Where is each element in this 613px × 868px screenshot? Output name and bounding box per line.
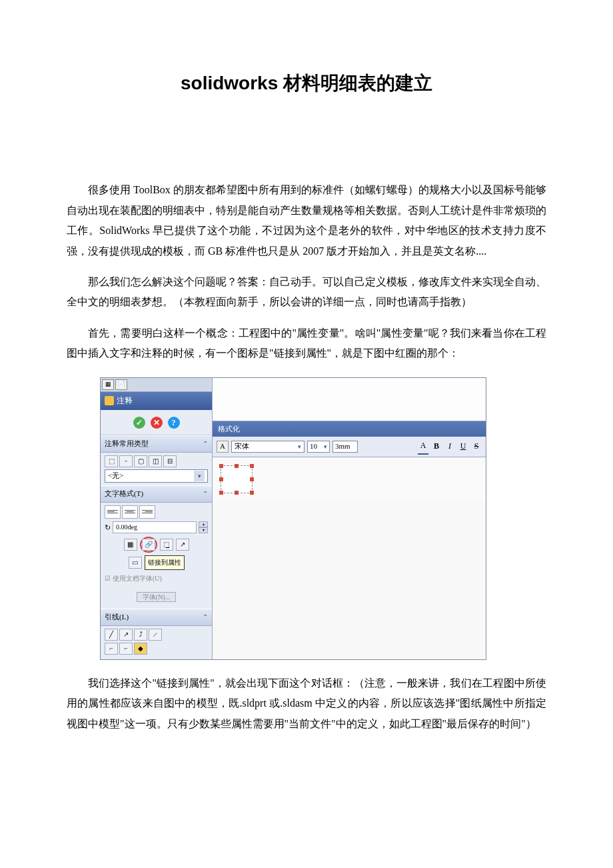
dropdown-arrow-icon: ▾	[194, 471, 205, 481]
chevron-up-icon-2: ⌃	[203, 488, 208, 500]
font-unit-select[interactable]: 3mm	[332, 441, 358, 453]
angle-input[interactable]: 0.00deg	[113, 521, 197, 533]
font-checkbox-label: 使用文档字体(U)	[113, 573, 162, 585]
format-section-header[interactable]: 文字格式(T) ⌃	[101, 485, 212, 503]
chevron-up-icon: ⌃	[203, 438, 208, 450]
leader-icon-3[interactable]: ⤴	[134, 629, 147, 641]
leader-icon-2[interactable]: ↗	[119, 629, 133, 641]
type-dropdown[interactable]: <无> ▾	[105, 469, 208, 483]
help-button[interactable]: ?	[168, 417, 180, 429]
resize-handle[interactable]	[235, 491, 239, 495]
font-preview-icon[interactable]: A	[217, 441, 229, 453]
angle-spinner: ▴ ▾	[199, 521, 208, 533]
align-left-button[interactable]	[105, 505, 121, 519]
checkbox-icon[interactable]: ☑	[105, 573, 111, 585]
resize-handle[interactable]	[250, 464, 254, 468]
angle-icon: ↻	[105, 521, 111, 535]
format-controls: A 宋体 ▾ 10 ▾ 3mm A B I U	[213, 437, 486, 457]
leader-section-body: ╱ ↗ ⤴ ⟋ ⌐ ⌐ ◆	[101, 626, 212, 659]
types-label: 注释常用类型	[105, 437, 149, 451]
spin-down[interactable]: ▾	[199, 527, 208, 533]
font-button[interactable]: 字体(N)...	[137, 592, 176, 602]
paragraph-2: 那么我们怎么解决这个问题呢？答案：自己动手。可以自己定义模板，修改库文件来实现全…	[67, 272, 546, 313]
font-size-value: 10	[310, 440, 317, 453]
leader-icons: ╱ ↗ ⤴ ⟋	[105, 629, 208, 641]
font-unit-value: 3mm	[335, 440, 350, 453]
blank-area	[213, 378, 486, 421]
type-icon-4[interactable]: ◫	[149, 455, 162, 467]
insert-icon-4[interactable]: ↗	[176, 539, 189, 551]
angle-row: ↻ 0.00deg ▴ ▾	[105, 521, 208, 535]
italic-button[interactable]: I	[444, 439, 455, 454]
leader-icons-2: ⌐ ⌐ ◆	[105, 643, 208, 655]
spin-up[interactable]: ▴	[199, 521, 208, 527]
resize-handle[interactable]	[219, 464, 223, 468]
link-tooltip: 链接到属性	[145, 555, 185, 570]
resize-handle[interactable]	[219, 491, 223, 495]
alignment-buttons	[105, 505, 208, 519]
types-section-header[interactable]: 注释常用类型 ⌃	[101, 435, 212, 453]
annotation-title: 注释	[117, 394, 133, 409]
type-icon-5[interactable]: ⊟	[163, 455, 177, 467]
text-insertion-box[interactable]	[221, 465, 253, 493]
panel-tabs: ▦ 📄	[101, 378, 212, 392]
property-panel: ▦ 📄 注释 ✓ ✕ ? 注释常用类型 ⌃ ⬚ ▫ ▢	[101, 378, 213, 659]
type-icon-1[interactable]: ⬚	[105, 455, 118, 467]
link-to-property-circle: 🔗	[140, 537, 157, 553]
resize-handle[interactable]	[219, 477, 223, 481]
annotation-icon	[105, 396, 114, 405]
leader-icon-6[interactable]: ⌐	[119, 643, 133, 655]
paragraph-3: 首先，需要明白这样一个概念：工程图中的"属性变量"。啥叫"属性变量"呢？我们来看…	[67, 323, 546, 364]
leader-icon-4[interactable]: ⟋	[149, 629, 162, 641]
type-icon-2[interactable]: ▫	[119, 455, 133, 467]
font-checkbox-row: ☑ 使用文档字体(U)	[105, 573, 208, 585]
format-toolbar: 格式化 A 宋体 ▾ 10 ▾ 3mm A B	[213, 421, 486, 457]
resize-handle[interactable]	[250, 491, 254, 495]
link-icons-row: ▦ 🔗 ⬚̲ ↗	[105, 537, 208, 553]
insert-icon-3[interactable]: ⬚̲	[160, 539, 173, 551]
underline-button[interactable]: U	[458, 439, 468, 454]
link-icons-row-2: ▭ 链接到属性	[105, 555, 208, 570]
app-window: ▦ 📄 注释 ✓ ✕ ? 注释常用类型 ⌃ ⬚ ▫ ▢	[100, 377, 486, 660]
resize-handle[interactable]	[235, 464, 239, 468]
insert-icon-5[interactable]: ▭	[129, 557, 142, 569]
insert-icon-1[interactable]: ▦	[124, 539, 137, 551]
font-size-select[interactable]: 10 ▾	[307, 441, 330, 453]
panel-tab-2[interactable]: 📄	[115, 379, 127, 390]
bold-button[interactable]: B	[431, 439, 442, 454]
type-icons: ⬚ ▫ ▢ ◫ ⊟	[105, 455, 208, 467]
align-center-button[interactable]	[122, 505, 138, 519]
format-toolbar-title: 格式化	[213, 421, 486, 437]
types-section-body: ⬚ ▫ ▢ ◫ ⊟ <无> ▾	[101, 453, 212, 485]
type-dropdown-value: <无>	[108, 469, 123, 483]
drawing-canvas[interactable]	[213, 457, 486, 501]
format-section-body: ↻ 0.00deg ▴ ▾ ▦ 🔗 ⬚̲ ↗ ▭	[101, 503, 212, 609]
leader-section-header[interactable]: 引线(L) ⌃	[101, 609, 212, 626]
canvas-panel: 格式化 A 宋体 ▾ 10 ▾ 3mm A B	[213, 378, 486, 659]
dropdown-arrow-icon-2: ▾	[298, 441, 301, 452]
leader-icon-5[interactable]: ⌐	[105, 643, 118, 655]
font-family-value: 宋体	[235, 440, 249, 453]
annotation-header: 注释	[101, 392, 212, 411]
strike-button[interactable]: S	[471, 439, 482, 454]
resize-handle[interactable]	[250, 477, 254, 481]
align-right-button[interactable]	[139, 505, 155, 519]
link-to-property-button[interactable]: 🔗	[142, 539, 155, 551]
leader-label: 引线(L)	[105, 611, 129, 624]
ok-button[interactable]: ✓	[133, 417, 145, 429]
font-family-select[interactable]: 宋体 ▾	[231, 441, 305, 453]
leader-icon-1[interactable]: ╱	[105, 629, 118, 641]
action-buttons: ✓ ✕ ?	[101, 410, 212, 435]
style-a-button[interactable]: A	[418, 439, 428, 455]
panel-tab-1[interactable]: ▦	[102, 379, 114, 390]
paragraph-1: 很多使用 ToolBox 的朋友都希望图中所有用到的标准件（如螺钉螺母）的规格大…	[67, 180, 546, 261]
chevron-up-icon-3: ⌃	[203, 611, 208, 623]
leader-icon-7[interactable]: ◆	[134, 643, 147, 655]
cancel-button[interactable]: ✕	[151, 417, 163, 429]
dropdown-arrow-icon-3: ▾	[324, 441, 327, 452]
document-title: solidworks 材料明细表的建立	[67, 67, 546, 100]
paragraph-4: 我们选择这个"链接到属性"，就会出现下面这个对话框：（注意，一般来讲，我们在工程…	[67, 673, 546, 734]
format-label: 文字格式(T)	[105, 487, 143, 501]
type-icon-3[interactable]: ▢	[134, 455, 147, 467]
solidworks-screenshot: ▦ 📄 注释 ✓ ✕ ? 注释常用类型 ⌃ ⬚ ▫ ▢	[100, 377, 546, 660]
